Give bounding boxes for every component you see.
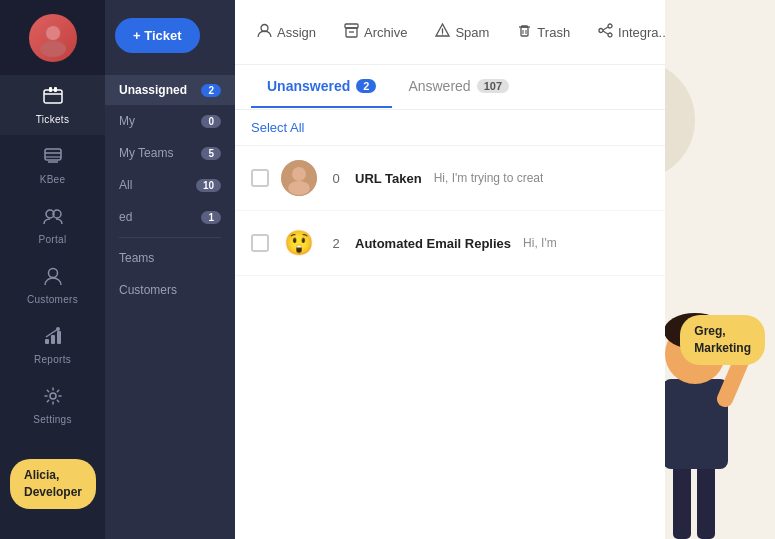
ticket-checkbox-2[interactable] [251, 234, 269, 252]
trash-label: Trash [537, 25, 570, 40]
table-row[interactable]: 😲 2 Automated Email Replies Hi, I'm [235, 211, 665, 276]
ticket-subject-2: Automated Email Replies [355, 236, 511, 251]
sidebar-item-kbee[interactable]: KBee [0, 135, 105, 195]
svg-line-33 [603, 31, 608, 34]
svg-line-32 [603, 27, 608, 30]
sidebar-item-tickets-label: Tickets [36, 114, 69, 125]
select-all-button[interactable]: Select All [235, 110, 665, 146]
ticket-count-2: 2 [329, 236, 343, 251]
filter-item-ed[interactable]: ed 1 [105, 201, 235, 233]
svg-rect-15 [51, 335, 55, 344]
customers-icon [42, 265, 64, 290]
filter-my-label: My [119, 114, 135, 128]
svg-rect-3 [44, 90, 62, 103]
filter-myteams-label: My Teams [119, 146, 173, 160]
archive-label: Archive [364, 25, 407, 40]
greg-tooltip: Greg, Marketing [680, 315, 765, 365]
kbee-icon [42, 145, 64, 170]
sidebar-item-portal[interactable]: Portal [0, 195, 105, 255]
filter-all-count: 10 [196, 179, 221, 192]
ticket-preview-2: Hi, I'm [523, 236, 557, 250]
tab-answered-label: Answered [408, 78, 470, 94]
sidebar-item-reports-label: Reports [34, 354, 71, 365]
svg-rect-26 [521, 27, 528, 36]
svg-rect-6 [54, 87, 57, 92]
sidebar-item-portal-label: Portal [39, 234, 67, 245]
ticket-count-1: 0 [329, 171, 343, 186]
svg-rect-47 [663, 379, 728, 469]
sidebar-item-customers[interactable]: Customers [0, 255, 105, 315]
reports-icon [42, 325, 64, 350]
filter-customers-section[interactable]: Customers [105, 274, 235, 306]
assign-label: Assign [277, 25, 316, 40]
tabs: Unanswered 2 Answered 107 [235, 65, 665, 110]
filter-item-all[interactable]: All 10 [105, 169, 235, 201]
archive-button[interactable]: Archive [332, 15, 419, 49]
toolbar: Assign Archive Spam [235, 0, 665, 65]
spam-label: Spam [455, 25, 489, 40]
sidebar-item-kbee-label: KBee [40, 174, 66, 185]
filter-teams-label: Teams [119, 251, 154, 265]
filter-item-myteams[interactable]: My Teams 5 [105, 137, 235, 169]
filter-myteams-count: 5 [201, 147, 221, 160]
spam-button[interactable]: Spam [423, 15, 501, 49]
assign-icon [257, 23, 272, 41]
svg-point-29 [599, 29, 603, 33]
tab-answered-badge: 107 [477, 79, 509, 93]
svg-point-13 [48, 269, 57, 278]
ticket-avatar-1 [281, 160, 317, 196]
filter-customers-label: Customers [119, 283, 177, 297]
svg-point-36 [288, 181, 310, 195]
ticket-avatar-2: 😲 [281, 225, 317, 261]
filter-item-my[interactable]: My 0 [105, 105, 235, 137]
tab-unanswered-label: Unanswered [267, 78, 350, 94]
sidebar-logo [0, 0, 105, 75]
filter-ed-count: 1 [201, 211, 221, 224]
unassigned-badge: 2 [201, 84, 221, 97]
integra-button[interactable]: Integra... [586, 15, 665, 49]
integra-icon [598, 23, 613, 41]
trash-icon [517, 23, 532, 41]
assign-button[interactable]: Assign [245, 15, 328, 49]
svg-rect-14 [45, 339, 49, 344]
svg-point-17 [56, 327, 60, 331]
john-emoji: 😲 [284, 229, 314, 257]
sidebar-item-reports[interactable]: Reports [0, 315, 105, 375]
main-content: Assign Archive Spam [235, 0, 665, 539]
integra-label: Integra... [618, 25, 665, 40]
svg-rect-7 [45, 149, 61, 160]
sidebar: Tickets KBee Portal [0, 0, 105, 539]
unassigned-label: Unassigned [119, 83, 187, 97]
sidebar-item-settings[interactable]: Settings [0, 375, 105, 435]
ticket-checkbox-1[interactable] [251, 169, 269, 187]
alicia-name: Alicia, [24, 467, 82, 484]
alicia-tooltip: Alicia, Developer [10, 459, 96, 509]
svg-point-18 [50, 393, 56, 399]
svg-point-30 [608, 24, 612, 28]
new-ticket-button[interactable]: + Ticket [115, 18, 200, 53]
archive-icon [344, 23, 359, 41]
settings-icon [42, 385, 64, 410]
svg-rect-46 [697, 459, 715, 539]
tab-unanswered[interactable]: Unanswered 2 [251, 66, 392, 108]
svg-rect-16 [57, 331, 61, 344]
ticket-list: Select All 0 URL Taken Hi, I'm trying to… [235, 110, 665, 539]
portal-icon [42, 205, 64, 230]
user-avatar [29, 14, 77, 62]
filter-teams-section[interactable]: Teams [105, 242, 235, 274]
svg-point-2 [46, 26, 60, 40]
svg-point-35 [292, 167, 306, 181]
unassigned-header[interactable]: Unassigned 2 [105, 75, 235, 105]
sidebar-item-settings-label: Settings [33, 414, 72, 425]
filter-panel: Unassigned 2 My 0 My Teams 5 All 10 ed 1… [105, 0, 235, 539]
sidebar-item-tickets[interactable]: Tickets [0, 75, 105, 135]
greg-role: Marketing [694, 340, 751, 357]
tab-answered[interactable]: Answered 107 [392, 66, 525, 108]
alicia-role: Developer [24, 484, 82, 501]
trash-button[interactable]: Trash [505, 15, 582, 49]
sidebar-item-customers-label: Customers [27, 294, 78, 305]
greg-name: Greg, [694, 323, 751, 340]
spam-icon [435, 23, 450, 41]
ticket-preview-1: Hi, I'm trying to creat [434, 171, 544, 185]
table-row[interactable]: 0 URL Taken Hi, I'm trying to creat [235, 146, 665, 211]
